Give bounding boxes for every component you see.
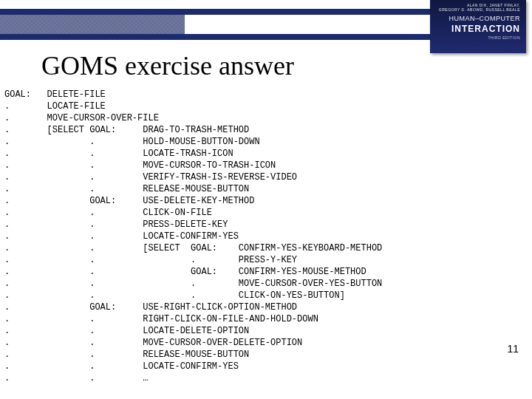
book-authors: ALAN DIX, JANET FINLAY, GREGORY D. ABOWD… <box>439 3 520 12</box>
header-pattern <box>0 15 185 34</box>
page-number: 11 <box>507 343 519 355</box>
book-cover: ALAN DIX, JANET FINLAY, GREGORY D. ABOWD… <box>430 0 526 53</box>
goms-listing: GOAL: DELETE-FILE . LOCATE-FILE . MOVE-C… <box>4 89 502 392</box>
book-title-line2: INTERACTION <box>451 24 520 34</box>
slide: ALAN DIX, JANET FINLAY, GREGORY D. ABOWD… <box>0 0 532 399</box>
header-rule-bottom <box>0 35 474 40</box>
book-title-line1: HUMAN–COMPUTER <box>449 15 520 22</box>
header-bar: ALAN DIX, JANET FINLAY, GREGORY D. ABOWD… <box>0 0 532 44</box>
book-edition: THIRD EDITION <box>488 35 520 40</box>
slide-title: GOMS exercise answer <box>41 50 294 81</box>
